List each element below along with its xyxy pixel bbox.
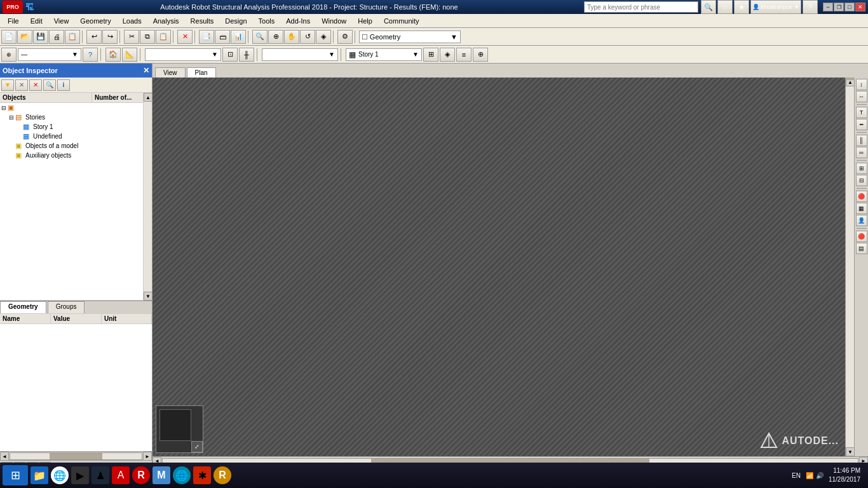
print-button[interactable]: 🖨 (49, 30, 64, 44)
rt-btn-12[interactable]: 🔴 (856, 231, 867, 242)
menu-edit[interactable]: Edit (25, 16, 48, 26)
star-icon[interactable]: ★ (734, 0, 749, 14)
object-inspector-close-button[interactable]: ✕ (143, 66, 149, 75)
tree-objects-model[interactable]: ▣ Objects of a model (0, 141, 143, 151)
render-btn[interactable]: ◈ (316, 30, 331, 44)
lp-scroll-track[interactable] (10, 452, 142, 460)
v-scroll-down[interactable]: ▼ (846, 447, 855, 456)
rt-btn-8[interactable]: ⊟ (856, 175, 867, 186)
story-selector[interactable]: ▦ Story 1 ▼ (346, 48, 422, 61)
oi-deselect-btn[interactable]: ✕ (15, 79, 28, 91)
view-3d-btn[interactable]: 🏠 (105, 48, 121, 62)
maximize-button[interactable]: □ (844, 3, 855, 11)
taskbar-explorer[interactable]: 📁 (31, 466, 48, 484)
taskbar-clock[interactable]: 11:46 PM 11/28/2017 (829, 466, 860, 484)
save-button[interactable]: 💾 (33, 30, 48, 44)
bookmark-icon[interactable]: ☆ (717, 0, 733, 14)
search-input[interactable] (584, 1, 698, 13)
load-btn-2[interactable]: ⊡ (222, 48, 238, 62)
tree-root[interactable]: ⊟ ▣ (0, 103, 143, 112)
v-scroll-track[interactable] (846, 86, 854, 447)
rt-btn-4[interactable]: ━ (856, 119, 867, 130)
taskbar-robot2[interactable]: R (214, 466, 231, 484)
rotate-btn[interactable]: ↺ (300, 30, 315, 44)
tree-auxiliary[interactable]: ▣ Auxiliary objects (0, 151, 143, 160)
menu-loads[interactable]: Loads (118, 16, 147, 26)
menu-geometry[interactable]: Geometry (75, 16, 116, 26)
oi-clear-btn[interactable]: ✕ (29, 79, 42, 91)
rt-btn-7[interactable]: ⊞ (856, 163, 867, 174)
properties-button[interactable]: 📑 (199, 30, 214, 44)
copy-button[interactable]: ⧉ (140, 30, 155, 44)
menu-results[interactable]: Results (186, 16, 219, 26)
oi-scroll-down[interactable]: ▼ (144, 292, 153, 301)
rt-btn-2[interactable]: ↔ (856, 91, 867, 102)
report-button[interactable]: 📊 (231, 30, 246, 44)
rt-btn-9[interactable]: 🔴 (856, 191, 867, 202)
load-case-dropdown[interactable]: ▼ (145, 48, 221, 61)
menu-window[interactable]: Window (316, 16, 351, 26)
help-icon[interactable]: ? (803, 0, 818, 14)
oi-search-btn[interactable]: 🔍 (43, 79, 56, 91)
menu-community[interactable]: Community (379, 16, 424, 26)
main-canvas[interactable]: ⤢ AUTODE... (153, 78, 845, 456)
menu-tools[interactable]: Tools (254, 16, 280, 26)
start-button[interactable]: ⊞ (3, 465, 28, 485)
restore-button[interactable]: ❐ (834, 3, 844, 11)
tree-undefined[interactable]: ▦ Undefined (0, 132, 143, 141)
oi-scrollbar[interactable]: ▲ ▼ (143, 93, 152, 301)
delete-button[interactable]: ✕ (177, 30, 193, 44)
pan-btn[interactable]: ✋ (284, 30, 299, 44)
expand-root[interactable]: ⊟ (1, 105, 8, 111)
settings-button[interactable]: ⚙ (337, 30, 353, 44)
minimize-button[interactable]: − (823, 3, 833, 11)
rt-btn-1[interactable]: ↕ (856, 79, 867, 90)
story-list-btn[interactable]: ≡ (456, 48, 471, 62)
tab-groups[interactable]: Groups (48, 301, 85, 313)
menu-view[interactable]: View (49, 16, 74, 26)
table-button[interactable]: 🗃 (215, 30, 230, 44)
oi-info-btn[interactable]: i (57, 79, 70, 91)
rt-btn-10[interactable]: ▦ (856, 203, 867, 214)
view-select-btn[interactable]: 📐 (122, 48, 137, 62)
close-button[interactable]: ✕ (855, 3, 865, 11)
rt-btn-5[interactable]: ║ (856, 135, 867, 146)
lp-scroll-left[interactable]: ◄ (0, 452, 9, 461)
taskbar-revit[interactable]: M (153, 466, 170, 484)
taskbar-steam[interactable]: ♟ (92, 466, 109, 484)
print-preview-button[interactable]: 📋 (65, 30, 80, 44)
story-add-btn[interactable]: ⊕ (473, 48, 488, 62)
rt-btn-13[interactable]: ▤ (856, 243, 867, 254)
taskbar-browser[interactable]: 🌐 (173, 466, 191, 484)
results-dropdown[interactable]: ▼ (262, 48, 338, 61)
taskbar-robot[interactable]: R (132, 466, 150, 484)
rt-btn-3[interactable]: T (856, 107, 867, 118)
menu-addins[interactable]: Add-Ins (281, 16, 315, 26)
open-button[interactable]: 📂 (17, 30, 32, 44)
tree-story1[interactable]: ▦ Story 1 (0, 122, 143, 132)
lp-scroll-right[interactable]: ► (143, 452, 152, 461)
user-icon[interactable]: 👤 khoatranpce ▼ (750, 0, 801, 14)
redo-button[interactable]: ↪ (102, 30, 118, 44)
taskbar-app-x[interactable]: ✱ (193, 466, 211, 484)
menu-file[interactable]: File (3, 16, 24, 26)
story-nav-btn[interactable]: ◈ (440, 48, 455, 62)
tree-stories[interactable]: ⊟ ▤ Stories (0, 112, 143, 122)
expand-stories[interactable]: ⊟ (9, 114, 15, 121)
preview-expand-btn[interactable]: ⤢ (191, 441, 203, 452)
zoom-window-btn[interactable]: ⊕ (268, 30, 283, 44)
rt-btn-6[interactable]: ═ (856, 147, 867, 158)
tab-plan[interactable]: Plan (187, 67, 216, 78)
story-up-btn[interactable]: ⊞ (423, 48, 438, 62)
oi-scroll-track[interactable] (144, 102, 152, 292)
tab-geometry[interactable]: Geometry (0, 301, 46, 313)
undo-button[interactable]: ↩ (86, 30, 102, 44)
menu-help[interactable]: Help (353, 16, 377, 26)
tab-view[interactable]: View (155, 67, 186, 78)
beam-btn[interactable]: ╫ (239, 48, 254, 62)
taskbar-chrome[interactable]: 🌐 (51, 466, 69, 484)
geometry-dropdown[interactable]: □ Geometry ▼ (359, 30, 461, 43)
search-icon[interactable]: 🔍 (701, 0, 716, 14)
zoom-btn[interactable]: 🔍 (252, 30, 268, 44)
taskbar-media[interactable]: ▶ (71, 466, 89, 484)
